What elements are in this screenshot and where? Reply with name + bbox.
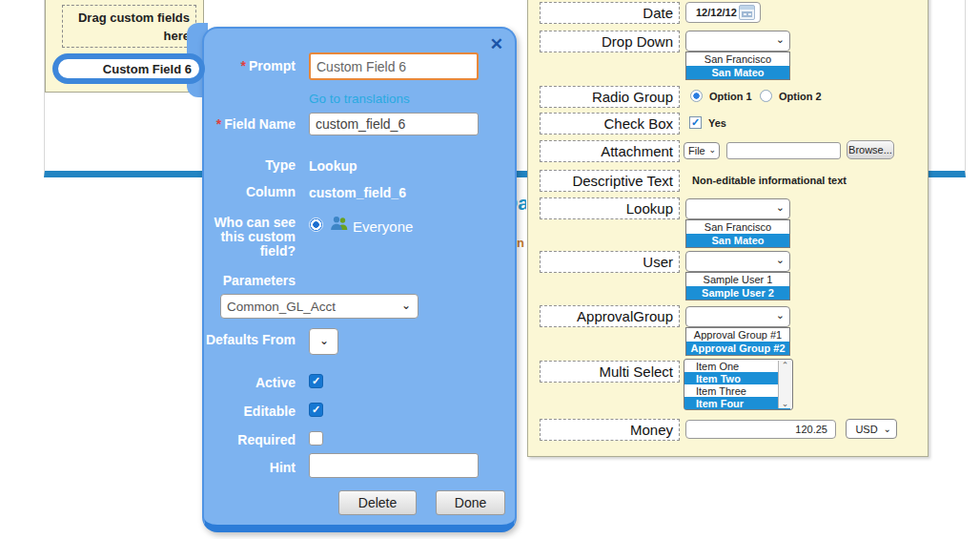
approval-group-option-highlighted[interactable]: Approval Group #2: [686, 342, 789, 355]
browse-button[interactable]: Browse...: [847, 140, 894, 159]
chevron-down-icon: ⌄: [776, 33, 785, 46]
done-button[interactable]: Done: [436, 490, 505, 515]
checkbox-field-label[interactable]: Check Box: [540, 113, 680, 135]
drag-drop-zone[interactable]: Drag custom fields here: [62, 5, 196, 48]
currency-select[interactable]: USD ⌄: [846, 419, 897, 439]
date-field-label[interactable]: Date: [540, 2, 680, 24]
money-input[interactable]: 120.25: [685, 420, 836, 439]
chevron-down-icon: ⌄: [401, 299, 411, 312]
prompt-input[interactable]: [309, 52, 479, 80]
chevron-down-icon: ⌄: [884, 423, 891, 433]
type-label: Type: [204, 158, 296, 173]
delete-button[interactable]: Delete: [338, 490, 417, 515]
dropdown-option[interactable]: San Francisco: [686, 52, 789, 66]
option2-radio[interactable]: [760, 90, 772, 102]
column-value: custom_field_6: [309, 185, 406, 200]
scroll-down-icon[interactable]: ⌄: [782, 400, 789, 407]
hint-input[interactable]: [309, 453, 479, 478]
attachment-field-label[interactable]: Attachment: [540, 140, 680, 162]
approval-group-select[interactable]: ⌄: [685, 306, 790, 327]
parameters-label: Parameters: [204, 274, 296, 288]
user-select[interactable]: ⌄: [685, 251, 790, 272]
field-name-label: *Field Name: [204, 117, 296, 132]
chevron-down-icon: ⌄: [776, 254, 785, 266]
multi-select-listbox[interactable]: Item One Item Two Item Three Item Four ⌃…: [684, 359, 793, 410]
date-input[interactable]: 12/12/12: [685, 2, 761, 23]
column-label: Column: [204, 185, 296, 199]
people-icon: [330, 216, 349, 236]
option1-label: Option 1: [709, 91, 752, 102]
defaults-from-label: Defaults From: [204, 333, 296, 347]
user-option[interactable]: Sample User 1: [686, 273, 789, 286]
clipped-background-text: n: [517, 236, 524, 250]
field-name-input[interactable]: [309, 113, 479, 135]
custom-field-pill[interactable]: Custom Field 6: [52, 53, 205, 84]
dropdown-field-label[interactable]: Drop Down: [540, 31, 680, 52]
file-type-select[interactable]: File ⌄: [684, 142, 720, 159]
radio-group-field-label[interactable]: Radio Group: [540, 86, 680, 108]
required-checkbox[interactable]: [309, 431, 323, 446]
approval-group-option-list: Approval Group #1 Approval Group #2: [685, 327, 790, 356]
chevron-down-icon: ⌄: [319, 334, 329, 347]
multi-select-field-label[interactable]: Multi Select: [540, 361, 680, 383]
yes-label: Yes: [708, 117, 726, 129]
descriptive-text-field-label[interactable]: Descriptive Text: [540, 170, 680, 192]
everyone-radio[interactable]: [309, 218, 323, 232]
approval-group-option[interactable]: Approval Group #1: [686, 328, 789, 342]
yes-checkbox[interactable]: ✓: [689, 116, 702, 129]
calendar-icon[interactable]: [739, 5, 755, 20]
custom-field-edit-modal: ✕ *Prompt Go to translations *Field Name…: [202, 27, 517, 532]
option2-label: Option 2: [779, 91, 822, 102]
parameters-select[interactable]: Common_GL_Acct ⌄: [220, 294, 419, 319]
user-option-list: Sample User 1 Sample User 2: [685, 272, 790, 301]
multi-select-item-selected[interactable]: Item Four: [684, 397, 790, 409]
money-field-label[interactable]: Money: [540, 419, 680, 441]
lookup-option[interactable]: San Francisco: [686, 220, 789, 234]
user-option-highlighted[interactable]: Sample User 2: [686, 286, 789, 300]
dropdown-option-list: San Francisco San Mateo: [685, 52, 790, 80]
approval-group-field-label[interactable]: ApprovalGroup: [540, 305, 680, 327]
dropdown-option-highlighted[interactable]: San Mateo: [686, 66, 789, 79]
required-label: Required: [204, 433, 296, 447]
multi-select-item-selected[interactable]: Item Two: [684, 372, 790, 384]
chevron-down-icon: ⌄: [776, 309, 785, 321]
lookup-option-highlighted[interactable]: San Mateo: [686, 234, 789, 247]
lookup-select[interactable]: ⌄: [685, 198, 790, 219]
multi-select-item[interactable]: Item One: [684, 360, 790, 372]
form-preview-panel: Date 12/12/12 Drop Down ⌄ San Francisco …: [527, 0, 929, 457]
type-value: Lookup: [309, 158, 357, 174]
dropdown-select[interactable]: ⌄: [685, 31, 790, 52]
prompt-label: *Prompt: [204, 59, 296, 73]
chevron-down-icon: ⌄: [776, 201, 785, 214]
defaults-from-select[interactable]: ⌄: [309, 328, 338, 355]
visibility-label: Who can see this custom field?: [204, 216, 296, 259]
editable-checkbox[interactable]: ✓: [309, 403, 323, 417]
scroll-up-icon[interactable]: ⌃: [782, 362, 789, 369]
required-asterisk: *: [241, 58, 246, 73]
lookup-field-label[interactable]: Lookup: [540, 197, 680, 219]
required-asterisk: *: [216, 116, 221, 132]
multi-select-scrollbar[interactable]: ⌃ ⌄: [778, 361, 791, 408]
descriptive-text-value: Non-editable informational text: [692, 175, 847, 186]
attachment-filename-input[interactable]: [726, 142, 841, 159]
visibility-value: Everyone: [353, 218, 413, 235]
chevron-down-icon: ⌄: [708, 145, 716, 155]
active-checkbox[interactable]: ✓: [309, 374, 323, 388]
active-label: Active: [204, 376, 296, 390]
page: Da n Drag custom fields here Custom Fiel…: [0, 0, 980, 539]
lookup-option-list: San Francisco San Mateo: [685, 219, 790, 248]
close-icon[interactable]: ✕: [490, 34, 503, 54]
hint-label: Hint: [204, 461, 296, 475]
multi-select-item[interactable]: Item Three: [684, 384, 790, 397]
user-field-label[interactable]: User: [540, 251, 680, 273]
option1-radio[interactable]: [690, 90, 703, 102]
go-to-translations-link[interactable]: Go to translations: [309, 92, 410, 106]
editable-label: Editable: [204, 404, 296, 419]
